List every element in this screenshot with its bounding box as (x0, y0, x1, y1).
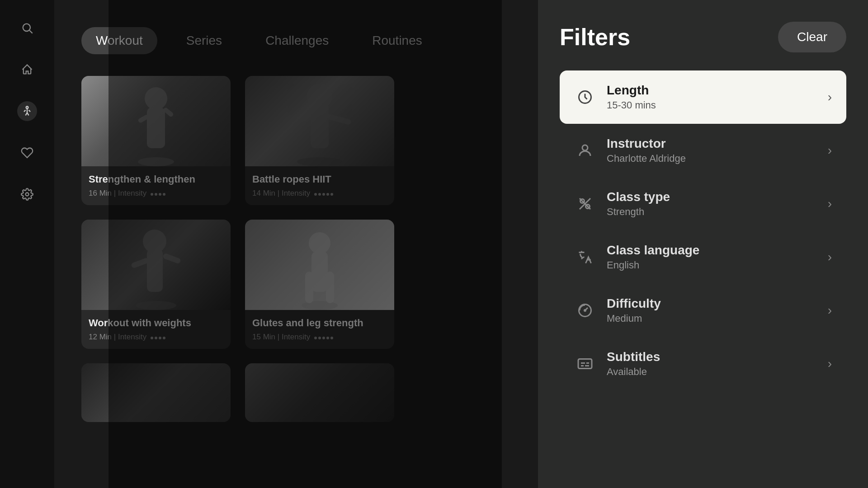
filter-item-value: 15-30 mins (607, 99, 817, 111)
translate-icon (574, 246, 596, 268)
filter-item-class-type[interactable]: Class type Strength › (560, 177, 846, 230)
filter-panel: Filters Clear Length 15-30 mins › (538, 0, 868, 488)
svg-point-31 (585, 310, 586, 311)
filter-header: Filters Clear (560, 22, 846, 52)
filter-item-label: Class type (607, 190, 817, 204)
filter-item-subtitles[interactable]: Subtitles Available › (560, 337, 846, 390)
svg-point-0 (23, 24, 30, 31)
filter-item-text: Subtitles Available (607, 350, 817, 378)
filter-item-value: Medium (607, 313, 817, 324)
clock-icon (574, 86, 596, 108)
scissors-icon (574, 193, 596, 215)
settings-icon[interactable] (17, 184, 37, 204)
svg-point-25 (582, 145, 588, 150)
filter-item-class-language[interactable]: Class language English › (560, 230, 846, 284)
chevron-right-icon: › (828, 303, 832, 318)
filter-item-label: Class language (607, 243, 817, 258)
filter-item-text: Class type Strength (607, 190, 817, 218)
filter-list: Length 15-30 mins › Instructor Charlotte… (560, 70, 846, 390)
search-icon[interactable] (17, 18, 37, 38)
filter-item-difficulty[interactable]: Difficulty Medium › (560, 284, 846, 337)
filter-item-value: Available (607, 366, 817, 378)
svg-line-1 (29, 30, 32, 33)
content-wrapper: Workout Series Challenges Routines (54, 0, 868, 488)
filter-item-length[interactable]: Length 15-30 mins › (560, 70, 846, 124)
filter-item-value: Strength (607, 206, 817, 218)
gauge-icon (574, 300, 596, 321)
filter-item-text: Difficulty Medium (607, 296, 817, 324)
favorites-icon[interactable] (17, 143, 37, 163)
filter-item-text: Class language English (607, 243, 817, 271)
chevron-right-icon: › (828, 197, 832, 211)
chevron-right-icon: › (828, 357, 832, 371)
filter-title: Filters (560, 23, 630, 51)
filter-item-text: Instructor Charlotte Aldridge (607, 136, 817, 164)
filter-item-instructor[interactable]: Instructor Charlotte Aldridge › (560, 124, 846, 177)
clear-button[interactable]: Clear (778, 22, 846, 52)
person-icon (574, 140, 596, 161)
svg-point-3 (26, 193, 29, 196)
filter-item-label: Difficulty (607, 296, 817, 311)
filter-item-value: Charlotte Aldridge (607, 153, 817, 164)
overlay (108, 0, 502, 488)
workout-icon[interactable] (17, 101, 37, 121)
subtitles-icon (574, 353, 596, 375)
sidebar (0, 0, 54, 488)
chevron-right-icon: › (828, 143, 832, 158)
home-icon[interactable] (17, 60, 37, 80)
filter-item-text: Length 15-30 mins (607, 83, 817, 111)
svg-point-2 (26, 107, 28, 109)
filter-item-label: Subtitles (607, 350, 817, 364)
filter-item-label: Length (607, 83, 817, 98)
filter-item-value: English (607, 259, 817, 271)
chevron-right-icon: › (828, 250, 832, 264)
filter-item-label: Instructor (607, 136, 817, 151)
chevron-right-icon: › (828, 90, 832, 104)
